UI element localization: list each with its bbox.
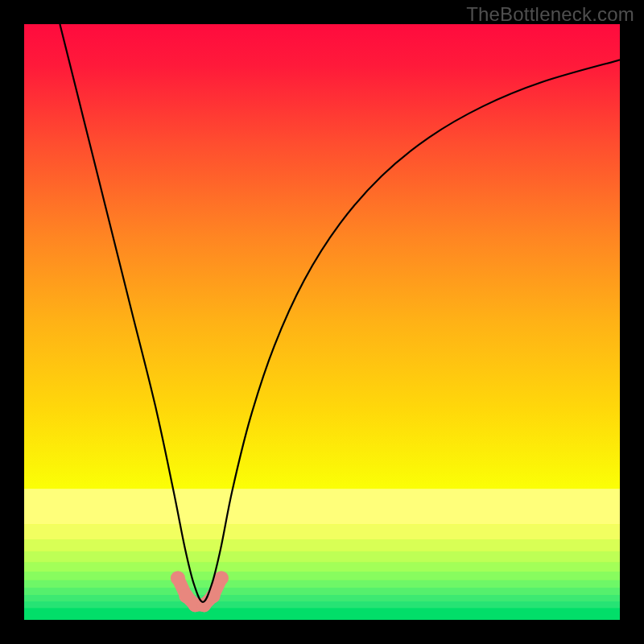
svg-point-17 — [214, 571, 229, 585]
watermark: TheBottleneck.com — [466, 3, 634, 26]
svg-point-12 — [171, 571, 185, 585]
plot-area — [24, 24, 620, 620]
chart-svg — [24, 24, 620, 620]
chart-frame: TheBottleneck.com — [0, 0, 644, 644]
bottleneck-curve — [60, 24, 620, 602]
